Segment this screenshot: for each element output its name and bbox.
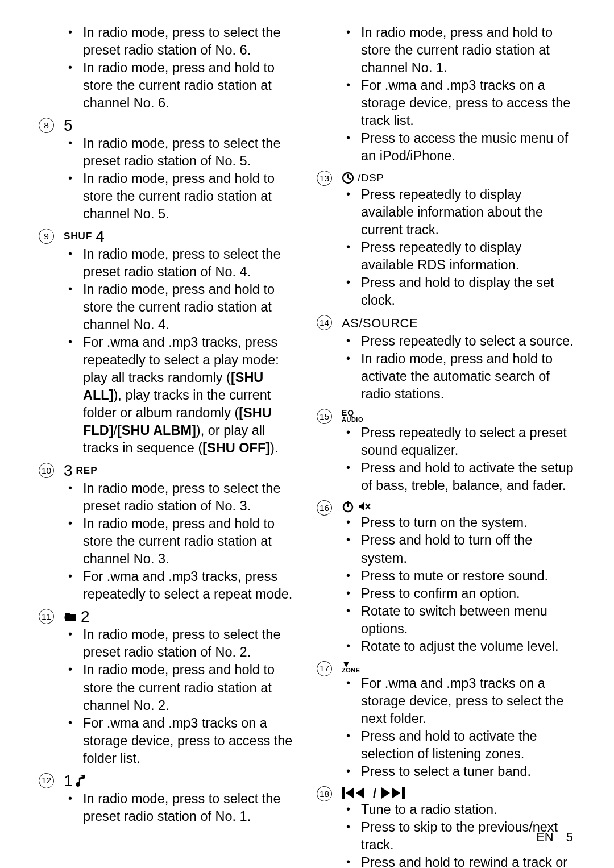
callout-number: 17 [317,661,332,676]
button-4-label: 4 [96,229,105,244]
skip-prev-next-icon: / [342,786,421,800]
page-number: 5 [566,830,573,844]
bullet-text: Press repeatedly to display available RD… [361,239,575,274]
callout-number: 18 [317,786,332,801]
bullet-text: Press to mute or restore sound. [361,567,575,585]
bullet-text: In radio mode, press to select the prese… [83,480,297,515]
bullet-text: Press to confirm an option. [361,585,575,603]
clock-icon [342,172,354,184]
callout-number: 16 [317,500,332,516]
mute-icon [358,500,371,513]
rep-label: REP [76,464,98,477]
entry-10: 10 3 REP In radio mode, press to select … [39,463,297,603]
bullet-text: Press to turn on the system. [361,514,575,531]
bullet-text: Press to select a tuner band. [361,763,575,780]
bullet-text: Press repeatedly to select a source. [361,333,575,350]
bullet-text: In radio mode, press to select the prese… [83,626,297,661]
entry-11: 11 2 In radio mode, press to select the … [39,609,297,767]
callout-number: 10 [39,463,54,478]
right-column: In radio mode, press and hold to store t… [317,24,575,868]
callout-number: 13 [317,171,332,186]
bullet-text: In radio mode, press and hold to store t… [83,281,297,334]
bullet-text: For .wma and .mp3 tracks, press repeated… [83,568,297,603]
bullet-text: For .wma and .mp3 tracks, press repeated… [83,334,297,457]
bullet-text: Tune to a radio station. [361,801,575,819]
entry-18: 18 / [317,786,575,868]
entry-9: 9 SHUF 4 In radio mode, press to select … [39,229,297,457]
bullet-text: For .wma and .mp3 tracks on a storage de… [361,675,575,728]
callout-number: 15 [317,409,332,424]
bullet-text: For .wma and .mp3 tracks on a storage de… [361,77,575,130]
shuf-label: SHUF [64,230,92,243]
bullet-text: In radio mode, press and hold to store t… [361,24,575,77]
callout-number: 9 [39,229,54,244]
svg-text:/: / [373,786,376,800]
entry-17: 17 ▼ ZONE For .wma and .mp3 tracks on a … [317,661,575,780]
power-icon [342,500,354,513]
zone-label: ▼ ZONE [342,661,360,674]
bullet-text: In radio mode, press to select the prese… [83,790,297,825]
bullet-text: Press and hold to turn off the system. [361,531,575,567]
bullet-text: For .wma and .mp3 tracks on a storage de… [83,715,297,767]
bullet-text: In radio mode, press and hold to store t… [83,515,297,568]
button-2-label: 2 [81,609,90,625]
entry-8: 8 5 In radio mode, press to select the p… [39,118,297,223]
bullet-text: In radio mode, press to select the prese… [83,24,297,59]
bullet-text: Press to access the music menu of an iPo… [361,130,575,165]
svg-rect-5 [342,787,345,799]
folder-icon [64,611,77,622]
eq-audio-label: EQ AUDIO [342,409,363,423]
music-note-icon [76,774,86,788]
entry-13: 13 /DSP Press repeatedly to display avai… [317,171,575,309]
bullet-text: Press and hold to display the set clock. [361,274,575,309]
bullet-text: In radio mode, press to select the prese… [83,135,297,170]
entry-15: 15 EQ AUDIO Press repeatedly to select a… [317,409,575,495]
bullet-text: Press repeatedly to display available in… [361,186,575,239]
bullet-text: Press repeatedly to select a preset soun… [361,424,575,459]
bullet-text: Press and hold to activate the selection… [361,728,575,763]
bullet-text: Rotate to adjust the volume level. [361,638,575,655]
button-3-label: 3 [64,463,73,479]
bullet-text: In radio mode, press and hold to store t… [83,59,297,112]
bullet-text: In radio mode, press to select the prese… [83,246,297,281]
button-1-label: 1 [64,773,73,789]
bullet-text: Press and hold to rewind a track or sear… [361,854,575,868]
entry-16: 16 Press to turn on the system. Press an… [317,500,575,655]
as-source-label: AS/SOURCE [342,315,418,331]
bullet-text: In radio mode, press and hold to store t… [83,661,297,714]
button-5-label: 5 [64,118,73,134]
callout-number: 12 [39,773,54,788]
callout-number: 11 [39,609,54,624]
page-footer: EN5 [536,829,573,845]
bullet-text: Press and hold to activate the setup of … [361,459,575,495]
bullet-text: In radio mode, press and hold to activat… [361,350,575,403]
callout-number: 8 [39,118,54,133]
entry-14: 14 AS/SOURCE Press repeatedly to select … [317,315,575,403]
bullet-text: In radio mode, press and hold to store t… [83,170,297,223]
left-column: In radio mode, press to select the prese… [39,24,297,868]
dsp-label: /DSP [358,171,384,185]
entry: In radio mode, press and hold to store t… [317,24,575,165]
entry: In radio mode, press to select the prese… [39,24,297,112]
bullet-text: Rotate to switch between menu options. [361,603,575,638]
entry-12: 12 1 In radio mode, press to select the … [39,773,297,825]
svg-rect-7 [402,787,405,799]
language-label: EN [536,830,554,844]
callout-number: 14 [317,315,332,330]
